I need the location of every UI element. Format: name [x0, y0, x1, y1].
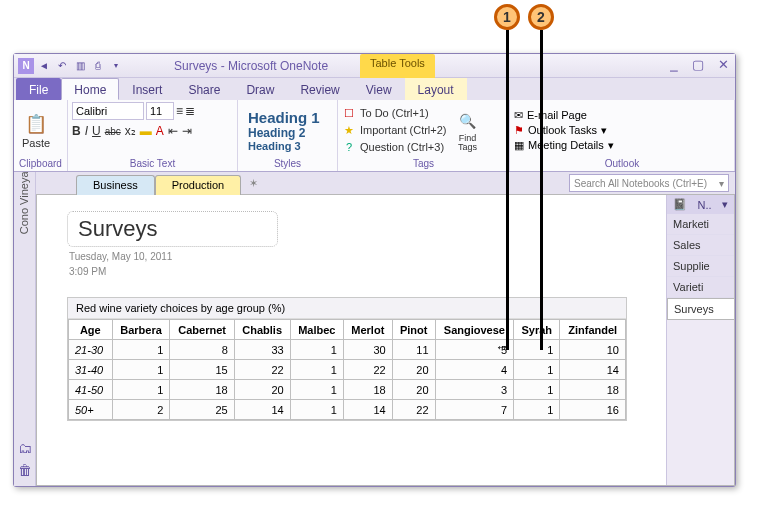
back-icon[interactable]: ◄	[36, 58, 52, 74]
table-cell[interactable]: 25	[170, 400, 234, 420]
tab-file[interactable]: File	[16, 78, 61, 100]
font-family-select[interactable]	[72, 102, 144, 120]
table-cell[interactable]: 16	[560, 400, 626, 420]
table-cell[interactable]: 1	[514, 340, 560, 360]
table-cell[interactable]: 1	[290, 380, 343, 400]
table-cell-age[interactable]: 21-30	[69, 340, 113, 360]
table-cell[interactable]: 22	[234, 360, 290, 380]
table-cell[interactable]: 1	[514, 360, 560, 380]
table-cell-age[interactable]: 41-50	[69, 380, 113, 400]
tag-todo[interactable]: ☐To Do (Ctrl+1)	[342, 105, 447, 121]
table-cell[interactable]: 20	[392, 360, 435, 380]
add-section-button[interactable]: ✶	[241, 174, 266, 194]
table-cell[interactable]: 1	[514, 380, 560, 400]
print-icon[interactable]: ⎙	[90, 58, 106, 74]
tab-insert[interactable]: Insert	[119, 78, 175, 100]
indent-left-icon[interactable]: ⇤	[168, 124, 178, 138]
font-color-icon[interactable]: A	[156, 124, 164, 138]
table-cell[interactable]: 18	[560, 380, 626, 400]
table-cell[interactable]: 1	[112, 340, 170, 360]
tag-important[interactable]: ★Important (Ctrl+2)	[342, 122, 447, 138]
table-cell[interactable]: 33	[234, 340, 290, 360]
italic-button[interactable]: I	[85, 124, 88, 138]
maximize-button[interactable]: ▢	[692, 57, 704, 72]
paste-button[interactable]: 📋 Paste	[18, 112, 54, 149]
meeting-details-button[interactable]: ▦Meeting Details▾	[514, 139, 614, 152]
table-cell[interactable]: 3	[435, 380, 514, 400]
table-header[interactable]: Sangiovese	[435, 320, 514, 340]
table-cell[interactable]: 4	[435, 360, 514, 380]
page-title[interactable]: Surveys	[78, 216, 157, 242]
data-table[interactable]: AgeBarberaCabernetChablisMalbecMerlotPin…	[68, 319, 626, 420]
context-tab-table-tools[interactable]: Table Tools	[360, 54, 435, 78]
trash-icon[interactable]: 🗑	[18, 462, 32, 478]
table-header[interactable]: Cabernet	[170, 320, 234, 340]
table-cell-age[interactable]: 31-40	[69, 360, 113, 380]
table-cell[interactable]: 2	[112, 400, 170, 420]
page-tab[interactable]: Marketi	[667, 214, 734, 235]
table-header[interactable]: Zinfandel	[560, 320, 626, 340]
page-canvas[interactable]: Surveys Tuesday, May 10, 2011 3:09 PM Re…	[37, 195, 666, 485]
table-cell[interactable]: 18	[343, 380, 392, 400]
table-header[interactable]: Chablis	[234, 320, 290, 340]
close-button[interactable]: ✕	[718, 57, 729, 72]
table-header[interactable]: Pinot	[392, 320, 435, 340]
table-header[interactable]: Malbec	[290, 320, 343, 340]
table-cell[interactable]: 1	[112, 360, 170, 380]
tab-share[interactable]: Share	[175, 78, 233, 100]
table-header[interactable]: Age	[69, 320, 113, 340]
table-cell[interactable]: 1	[514, 400, 560, 420]
qat-dropdown-icon[interactable]: ▾	[108, 58, 124, 74]
table-cell[interactable]: 5	[435, 340, 514, 360]
table-cell[interactable]: 20	[392, 380, 435, 400]
page-title-container[interactable]: Surveys	[67, 211, 278, 247]
table-cell[interactable]: 30	[343, 340, 392, 360]
strike-button[interactable]: abc	[105, 126, 121, 137]
numbering-icon[interactable]: ≣	[185, 104, 195, 118]
table-cell[interactable]: 18	[170, 380, 234, 400]
search-input[interactable]: Search All Notebooks (Ctrl+E) ▾	[569, 174, 729, 192]
minimize-button[interactable]: ⎯	[670, 57, 678, 72]
subscript-icon[interactable]: x₂	[125, 124, 136, 138]
tab-draw[interactable]: Draw	[233, 78, 287, 100]
email-page-button[interactable]: ✉E-mail Page	[514, 109, 614, 122]
bold-button[interactable]: B	[72, 124, 81, 138]
search-dropdown-icon[interactable]: ▾	[719, 178, 724, 189]
tab-home[interactable]: Home	[61, 78, 119, 100]
style-heading1[interactable]: Heading 1	[248, 109, 320, 126]
data-table-container[interactable]: Red wine variety choices by age group (%…	[67, 297, 627, 421]
undo-icon[interactable]: ↶	[54, 58, 70, 74]
table-header[interactable]: Barbera	[112, 320, 170, 340]
underline-button[interactable]: U	[92, 124, 101, 138]
style-heading3[interactable]: Heading 3	[248, 140, 320, 152]
table-cell[interactable]: 11	[392, 340, 435, 360]
page-tab[interactable]: Sales	[667, 235, 734, 256]
page-tab[interactable]: Surveys	[667, 298, 734, 320]
highlight-icon[interactable]: ▬	[140, 124, 152, 138]
table-cell[interactable]: 8	[170, 340, 234, 360]
page-tab[interactable]: Varieti	[667, 277, 734, 298]
page-tab[interactable]: Supplie	[667, 256, 734, 277]
table-cell[interactable]: 14	[343, 400, 392, 420]
table-cell[interactable]: 1	[290, 400, 343, 420]
bullets-icon[interactable]: ≡	[176, 104, 183, 118]
section-tab-production[interactable]: Production	[155, 175, 242, 195]
tab-review[interactable]: Review	[287, 78, 352, 100]
table-cell[interactable]: 10	[560, 340, 626, 360]
section-tab-business[interactable]: Business	[76, 175, 155, 195]
table-cell[interactable]: 14	[560, 360, 626, 380]
table-cell[interactable]: 14	[234, 400, 290, 420]
outlook-tasks-button[interactable]: ⚑Outlook Tasks▾	[514, 124, 614, 137]
table-cell[interactable]: 20	[234, 380, 290, 400]
table-caption[interactable]: Red wine variety choices by age group (%…	[68, 298, 626, 319]
table-cell[interactable]: 1	[290, 360, 343, 380]
indent-right-icon[interactable]: ⇥	[182, 124, 192, 138]
table-header[interactable]: Merlot	[343, 320, 392, 340]
table-row[interactable]: 31-4011522122204114	[69, 360, 626, 380]
table-cell[interactable]: 15	[170, 360, 234, 380]
table-cell[interactable]: 7	[435, 400, 514, 420]
dock-icon[interactable]: ▥	[72, 58, 88, 74]
find-tags-button[interactable]: 🔍 Find Tags	[453, 109, 483, 152]
table-cell-age[interactable]: 50+	[69, 400, 113, 420]
table-cell[interactable]: 22	[392, 400, 435, 420]
